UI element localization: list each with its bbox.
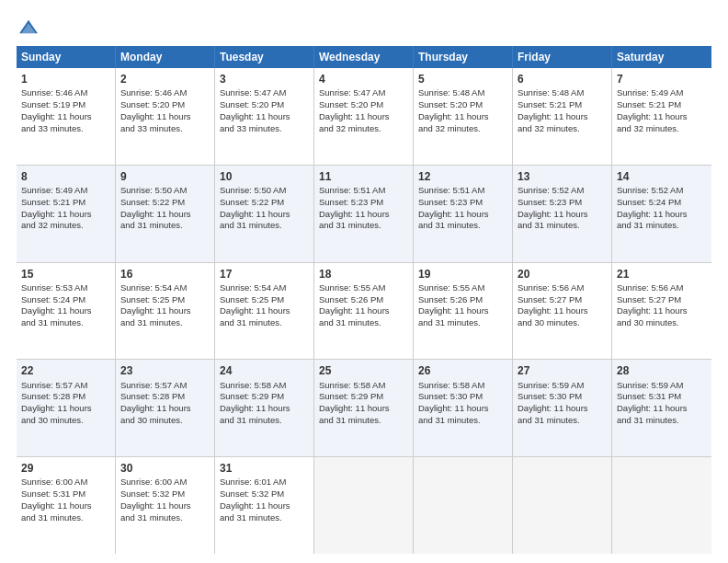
sunset-text: Sunset: 5:21 PM	[518, 99, 582, 109]
day-number: 26	[418, 363, 507, 378]
daylight-minutes: and 33 minutes.	[220, 123, 282, 133]
calendar: SundayMondayTuesdayWednesdayThursdayFrid…	[17, 46, 711, 554]
daylight-minutes: and 30 minutes.	[120, 415, 183, 425]
calendar-cell: 8Sunrise: 5:49 AMSunset: 5:21 PMDaylight…	[17, 166, 116, 262]
daylight-text: Daylight: 11 hours	[220, 500, 290, 511]
daylight-text: Daylight: 11 hours	[21, 209, 92, 219]
daylight-minutes: and 31 minutes.	[418, 317, 481, 327]
day-number: 24	[220, 363, 309, 378]
daylight-text: Daylight: 11 hours	[518, 209, 588, 219]
day-number: 23	[120, 363, 210, 378]
day-number: 9	[120, 169, 210, 184]
sunset-text: Sunset: 5:20 PM	[319, 99, 383, 109]
day-number: 1	[21, 72, 110, 86]
daylight-minutes: and 31 minutes.	[220, 512, 282, 523]
header-day-friday: Friday	[513, 46, 612, 68]
sunset-text: Sunset: 5:20 PM	[220, 99, 284, 109]
daylight-text: Daylight: 11 hours	[617, 403, 688, 413]
day-number: 13	[518, 169, 607, 184]
sunset-text: Sunset: 5:26 PM	[418, 294, 483, 304]
daylight-minutes: and 31 minutes.	[418, 220, 481, 230]
calendar-cell: 2Sunrise: 5:46 AMSunset: 5:20 PMDaylight…	[116, 68, 215, 165]
sunset-text: Sunset: 5:30 PM	[518, 391, 582, 401]
daylight-minutes: and 30 minutes.	[518, 317, 580, 327]
daylight-text: Daylight: 11 hours	[120, 305, 191, 316]
day-number: 3	[220, 72, 309, 86]
day-number: 8	[21, 169, 110, 184]
daylight-text: Daylight: 11 hours	[120, 500, 191, 511]
sunrise-text: Sunrise: 5:53 AM	[21, 282, 87, 293]
day-number: 11	[319, 169, 408, 184]
sunrise-text: Sunrise: 5:54 AM	[220, 282, 286, 293]
sunset-text: Sunset: 5:20 PM	[418, 99, 483, 109]
calendar-cell: 4Sunrise: 5:47 AMSunset: 5:20 PMDaylight…	[314, 68, 414, 165]
daylight-minutes: and 31 minutes.	[220, 220, 282, 230]
calendar-week-3: 15Sunrise: 5:53 AMSunset: 5:24 PMDayligh…	[17, 263, 711, 361]
daylight-text: Daylight: 11 hours	[21, 500, 92, 511]
daylight-text: Daylight: 11 hours	[518, 403, 588, 413]
sunrise-text: Sunrise: 5:57 AM	[120, 380, 187, 390]
sunrise-text: Sunrise: 6:00 AM	[120, 477, 187, 487]
daylight-minutes: and 32 minutes.	[319, 123, 381, 133]
calendar-week-1: 1Sunrise: 5:46 AMSunset: 5:19 PMDaylight…	[17, 68, 711, 166]
day-number: 14	[617, 169, 707, 184]
sunrise-text: Sunrise: 6:01 AM	[220, 477, 286, 487]
daylight-minutes: and 31 minutes.	[120, 317, 183, 327]
daylight-text: Daylight: 11 hours	[220, 209, 290, 219]
sunset-text: Sunset: 5:29 PM	[220, 391, 284, 401]
daylight-text: Daylight: 11 hours	[220, 305, 290, 316]
sunset-text: Sunset: 5:23 PM	[319, 197, 383, 207]
sunrise-text: Sunrise: 5:58 AM	[319, 380, 385, 390]
day-number: 18	[319, 267, 408, 282]
calendar-cell: 13Sunrise: 5:52 AMSunset: 5:23 PMDayligh…	[513, 166, 612, 262]
calendar-cell: 24Sunrise: 5:58 AMSunset: 5:29 PMDayligh…	[215, 360, 314, 456]
day-number: 17	[220, 267, 309, 282]
day-number: 25	[319, 363, 408, 378]
sunset-text: Sunset: 5:24 PM	[617, 197, 681, 207]
day-number: 5	[418, 72, 507, 86]
sunrise-text: Sunrise: 6:00 AM	[21, 477, 87, 487]
calendar-cell: 15Sunrise: 5:53 AMSunset: 5:24 PMDayligh…	[17, 263, 116, 360]
sunrise-text: Sunrise: 5:56 AM	[617, 282, 683, 293]
daylight-minutes: and 31 minutes.	[21, 317, 84, 327]
sunset-text: Sunset: 5:25 PM	[220, 294, 284, 304]
calendar-cell: 18Sunrise: 5:55 AMSunset: 5:26 PMDayligh…	[314, 263, 414, 360]
sunrise-text: Sunrise: 5:46 AM	[21, 87, 87, 98]
daylight-minutes: and 31 minutes.	[319, 317, 381, 327]
day-number: 15	[21, 267, 110, 282]
sunrise-text: Sunrise: 5:52 AM	[518, 185, 584, 195]
calendar-cell: 6Sunrise: 5:48 AMSunset: 5:21 PMDaylight…	[513, 68, 612, 165]
calendar-cell: 7Sunrise: 5:49 AMSunset: 5:21 PMDaylight…	[612, 68, 711, 165]
header-day-saturday: Saturday	[612, 46, 711, 68]
sunset-text: Sunset: 5:31 PM	[617, 391, 681, 401]
calendar-cell: 5Sunrise: 5:48 AMSunset: 5:20 PMDaylight…	[414, 68, 513, 165]
daylight-minutes: and 30 minutes.	[617, 317, 679, 327]
calendar-body: 1Sunrise: 5:46 AMSunset: 5:19 PMDaylight…	[17, 68, 711, 554]
calendar-cell: 23Sunrise: 5:57 AMSunset: 5:28 PMDayligh…	[116, 360, 215, 456]
sunset-text: Sunset: 5:24 PM	[21, 294, 85, 304]
calendar-cell: 10Sunrise: 5:50 AMSunset: 5:22 PMDayligh…	[215, 166, 314, 262]
header-day-tuesday: Tuesday	[215, 46, 314, 68]
calendar-cell: 30Sunrise: 6:00 AMSunset: 5:32 PMDayligh…	[116, 457, 215, 554]
calendar-cell: 12Sunrise: 5:51 AMSunset: 5:23 PMDayligh…	[414, 166, 513, 262]
daylight-text: Daylight: 11 hours	[617, 305, 688, 316]
calendar-cell: 28Sunrise: 5:59 AMSunset: 5:31 PMDayligh…	[612, 360, 711, 456]
day-number: 20	[518, 267, 607, 282]
daylight-minutes: and 31 minutes.	[319, 220, 381, 230]
calendar-cell: 1Sunrise: 5:46 AMSunset: 5:19 PMDaylight…	[17, 68, 116, 165]
day-number: 12	[418, 169, 507, 184]
sunset-text: Sunset: 5:22 PM	[120, 197, 185, 207]
sunrise-text: Sunrise: 5:50 AM	[120, 185, 187, 195]
day-number: 30	[120, 461, 210, 476]
sunset-text: Sunset: 5:20 PM	[120, 99, 185, 109]
daylight-minutes: and 31 minutes.	[220, 415, 282, 425]
day-number: 27	[518, 363, 607, 378]
calendar-cell: 17Sunrise: 5:54 AMSunset: 5:25 PMDayligh…	[215, 263, 314, 360]
daylight-text: Daylight: 11 hours	[21, 403, 92, 413]
calendar-cell: 11Sunrise: 5:51 AMSunset: 5:23 PMDayligh…	[314, 166, 414, 262]
daylight-minutes: and 31 minutes.	[518, 220, 580, 230]
sunset-text: Sunset: 5:31 PM	[21, 488, 85, 499]
calendar-week-5: 29Sunrise: 6:00 AMSunset: 5:31 PMDayligh…	[17, 457, 711, 554]
day-number: 2	[120, 72, 210, 86]
sunrise-text: Sunrise: 5:59 AM	[518, 380, 584, 390]
